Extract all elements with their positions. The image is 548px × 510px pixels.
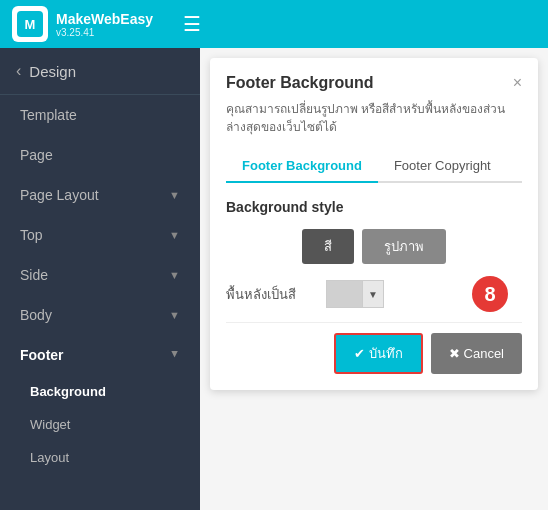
chevron-up-icon: ▲ — [169, 349, 180, 361]
sidebar-item-page-label: Page — [20, 147, 53, 163]
style-button-group: สี รูปภาพ — [226, 229, 522, 264]
tab-footer-background[interactable]: Footer Background — [226, 150, 378, 183]
tab-footer-copyright[interactable]: Footer Copyright — [378, 150, 507, 183]
modal-footer: ✔ บันทึก ✖ Cancel — [226, 322, 522, 374]
modal-description: คุณสามารถเปลี่ยนรูปภาพ หรือสีสำหรับพื้นห… — [226, 100, 522, 136]
modal-panel: Footer Background × คุณสามารถเปลี่ยนรูปภ… — [210, 58, 538, 390]
modal-close-button[interactable]: × — [513, 74, 522, 92]
main-layout: ‹ Design Template Page Page Layout ▼ Top… — [0, 48, 548, 510]
brand-name: MakeWebEasy — [56, 11, 153, 27]
sidebar: ‹ Design Template Page Page Layout ▼ Top… — [0, 48, 200, 510]
logo-icon: M — [17, 11, 43, 37]
content-area: Footer Background × คุณสามารถเปลี่ยนรูปภ… — [200, 48, 548, 510]
image-style-button[interactable]: รูปภาพ — [362, 229, 446, 264]
sidebar-item-footer[interactable]: Footer ▲ — [0, 335, 200, 375]
sidebar-back-button[interactable]: ‹ Design — [0, 48, 200, 95]
color-style-button[interactable]: สี — [302, 229, 354, 264]
hamburger-menu-icon[interactable]: ☰ — [183, 12, 201, 36]
topbar: M MakeWebEasy v3.25.41 ☰ — [0, 0, 548, 48]
sidebar-item-body[interactable]: Body ▼ — [0, 295, 200, 335]
sidebar-item-body-label: Body — [20, 307, 52, 323]
modal-title: Footer Background — [226, 74, 374, 92]
cancel-button[interactable]: ✖ Cancel — [431, 333, 522, 374]
color-swatch[interactable] — [326, 280, 362, 308]
modal-header: Footer Background × — [226, 74, 522, 92]
sidebar-item-side[interactable]: Side ▼ — [0, 255, 200, 295]
chevron-right-icon: ▼ — [169, 309, 180, 321]
sidebar-item-side-label: Side — [20, 267, 48, 283]
brand-info: MakeWebEasy v3.25.41 — [56, 11, 153, 38]
sidebar-item-page-layout-label: Page Layout — [20, 187, 99, 203]
chevron-right-icon: ▼ — [169, 189, 180, 201]
sidebar-sub-item-widget[interactable]: Widget — [0, 408, 200, 441]
sidebar-item-top-label: Top — [20, 227, 43, 243]
back-arrow-icon: ‹ — [16, 62, 21, 80]
chevron-right-icon: ▼ — [169, 229, 180, 241]
brand-version: v3.25.41 — [56, 27, 153, 38]
sidebar-sub-item-background[interactable]: Background — [0, 375, 200, 408]
sidebar-item-template[interactable]: Template — [0, 95, 200, 135]
color-dropdown-button[interactable]: ▼ — [362, 280, 384, 308]
sidebar-item-top[interactable]: Top ▼ — [0, 215, 200, 255]
app-logo: M — [12, 6, 48, 42]
sidebar-back-label: Design — [29, 63, 76, 80]
color-picker[interactable]: ▼ — [326, 280, 384, 308]
sidebar-item-page-layout[interactable]: Page Layout ▼ — [0, 175, 200, 215]
sidebar-sub-item-layout[interactable]: Layout — [0, 441, 200, 474]
step-badge-8: 8 — [472, 276, 508, 312]
field-label: พื้นหลังเป็นสี — [226, 284, 326, 305]
save-button[interactable]: ✔ บันทึก — [334, 333, 423, 374]
modal-tabs: Footer Background Footer Copyright — [226, 150, 522, 183]
sidebar-item-footer-label: Footer — [20, 347, 64, 363]
sidebar-item-page[interactable]: Page — [0, 135, 200, 175]
sidebar-item-template-label: Template — [20, 107, 77, 123]
field-row-wrapper: พื้นหลังเป็นสี ▼ 8 — [226, 280, 522, 308]
section-title: Background style — [226, 199, 522, 215]
chevron-right-icon: ▼ — [169, 269, 180, 281]
